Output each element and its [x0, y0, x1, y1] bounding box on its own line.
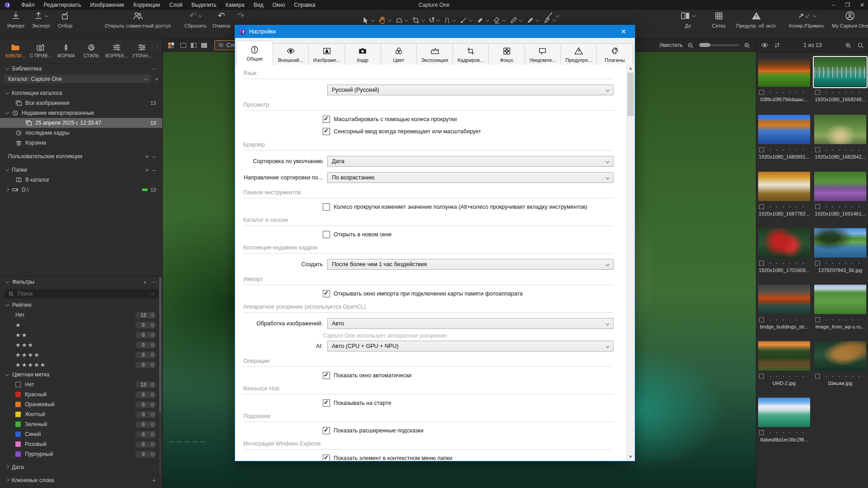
create-collection-dropdown[interactable]: После более чем 1 час бездействия: [327, 259, 613, 270]
search-icon[interactable]: [857, 42, 864, 49]
thumbnail-image[interactable]: [758, 57, 810, 87]
count-pill[interactable]: 0: [135, 342, 156, 348]
filters-header[interactable]: Фильтры +⋯: [0, 276, 162, 288]
language-dropdown[interactable]: Русский (Русский): [327, 84, 613, 95]
count-pill[interactable]: 13: [135, 381, 156, 388]
rating-dots[interactable]: [764, 92, 809, 93]
checkbox[interactable]: [323, 427, 330, 434]
count-pill[interactable]: 0: [135, 411, 156, 418]
tab-warnings[interactable]: Предупре...: [561, 43, 597, 66]
checkbox[interactable]: [323, 399, 330, 407]
single-view-icon[interactable]: [180, 43, 186, 48]
count-pill[interactable]: 0: [135, 431, 156, 438]
rating-dots[interactable]: [820, 150, 865, 150]
menu-adjustments[interactable]: Коррекции: [129, 2, 165, 8]
scroll-wheel-slider-checkbox-row[interactable]: Колесо прокрутки изменяет значение ползу…: [323, 203, 613, 211]
menu-file[interactable]: Файл: [17, 2, 39, 8]
menu-select[interactable]: Выделить: [187, 2, 221, 8]
select-checkbox[interactable]: [815, 147, 820, 152]
copy-apply-button[interactable]: ↗↙ Копир./Примен.: [789, 10, 825, 28]
thumbnail-cell[interactable]: 1920x1080_1687782...: [758, 172, 810, 216]
select-checkbox[interactable]: [759, 261, 764, 266]
tab-image[interactable]: Изображе...: [308, 43, 345, 66]
show-on-start-checkbox-row[interactable]: Показывать на старте: [323, 399, 613, 407]
rating-dots[interactable]: [820, 206, 865, 207]
import-window-checkbox-row[interactable]: Открывать окно импорта при подключении к…: [323, 290, 613, 297]
count-pill[interactable]: 0: [135, 332, 156, 338]
thumbnail-image[interactable]: [758, 228, 810, 258]
thumbnail-cell[interactable]: 8abeaf8a1ec39c2f8...: [758, 398, 810, 442]
tab-appearance[interactable]: Внешний...: [273, 43, 309, 66]
context-menu-checkbox-row[interactable]: Показать элемент в контекстном меню папк…: [323, 455, 613, 460]
exposure-warning-button[interactable]: Предупр. об эксп.: [736, 10, 777, 28]
cull-button[interactable]: Отбор: [58, 10, 72, 28]
select-checkbox[interactable]: [759, 147, 764, 152]
color-label-header[interactable]: Цветная метка: [0, 370, 162, 380]
rating-row[interactable]: ★★★★ 0: [0, 350, 162, 360]
library-more-icon[interactable]: ⋯: [151, 66, 157, 72]
checkbox[interactable]: [323, 290, 330, 297]
color-row[interactable]: Синий 0: [0, 429, 162, 439]
catalog-collections-group[interactable]: Коллекции каталога: [0, 88, 162, 98]
dialog-scrollbar[interactable]: ▲ ▼: [627, 65, 634, 460]
rating-dots[interactable]: [764, 376, 809, 377]
date-group[interactable]: Дата: [0, 462, 162, 472]
thumbnail-image[interactable]: [758, 172, 810, 201]
tab-exposure[interactable]: Экспозиция: [416, 43, 453, 66]
maximize-button[interactable]: ❐: [845, 2, 850, 8]
rating-row[interactable]: Нет 13: [0, 310, 162, 320]
menu-image[interactable]: Изображение: [85, 2, 129, 8]
thumbnail-cell[interactable]: 1920x1080_1682842...: [814, 115, 866, 160]
zoom-scroll-checkbox-row[interactable]: Масштабировать с помощью колеса прокрутк…: [323, 116, 613, 123]
menu-help[interactable]: Справка: [289, 2, 320, 8]
select-checkbox[interactable]: [759, 90, 764, 95]
color-row[interactable]: Красный 0: [0, 389, 162, 399]
thumbnail-cell[interactable]: bridge_buildings_str...: [758, 285, 810, 329]
scroll-down-icon[interactable]: ▼: [627, 453, 634, 460]
recent-captures-item[interactable]: последние кадры: [0, 128, 162, 138]
rating-row[interactable]: ★★★ 0: [0, 340, 162, 350]
rating-dots[interactable]: [820, 92, 865, 93]
search-options-icon[interactable]: ⋯: [150, 291, 155, 297]
extended-tooltips-checkbox-row[interactable]: Показать расширенные подсказки: [323, 427, 613, 434]
search-input[interactable]: [17, 290, 109, 297]
tab-library[interactable]: БИБЛИ...: [3, 38, 28, 63]
filters-more-icon[interactable]: ⋯: [151, 279, 157, 286]
thumbnail-image[interactable]: [814, 285, 866, 314]
select-checkbox[interactable]: [815, 261, 820, 266]
dialog-titlebar[interactable]: Настройки ✕: [235, 25, 635, 38]
count-pill[interactable]: 0: [135, 352, 156, 358]
add-filter-button[interactable]: +: [143, 279, 146, 286]
checkbox[interactable]: [323, 203, 330, 211]
thumbnail-image[interactable]: [758, 285, 810, 314]
tab-plugins[interactable]: Плагины: [596, 43, 633, 66]
grid-button[interactable]: Сетка: [712, 10, 726, 28]
rating-row[interactable]: ★ 0: [0, 320, 162, 330]
checkbox[interactable]: [323, 372, 330, 379]
touch-input-checkbox-row[interactable]: Сенсорный ввод всегда перемещает или мас…: [323, 128, 613, 135]
thumbnail-cell[interactable]: 03f8cd3f6796daaac...: [758, 57, 810, 102]
recent-imports-group[interactable]: Недавние импортированные: [0, 108, 162, 118]
open-new-window-checkbox-row[interactable]: Открыть в новом окне: [323, 231, 613, 238]
scrollbar-thumb[interactable]: [627, 73, 634, 116]
rating-dots[interactable]: [820, 376, 865, 377]
dialog-close-button[interactable]: ✕: [617, 28, 630, 35]
tab-color[interactable]: Цвет: [381, 43, 417, 66]
my-capture-one-button[interactable]: My Capture One: [832, 10, 868, 28]
tab-shape[interactable]: ФОРМА: [53, 38, 79, 63]
rating-row[interactable]: ★★★★★ 0: [0, 360, 162, 370]
ai-dropdown[interactable]: Авто (CPU + GPU + NPU): [327, 341, 613, 352]
undo-button[interactable]: ↶ Отмена: [212, 10, 230, 28]
menu-camera[interactable]: Камера: [221, 2, 249, 8]
rating-header[interactable]: Рейтинг: [0, 300, 162, 310]
thumbnail-cell[interactable]: 1920x1080_1701609...: [758, 228, 810, 273]
select-checkbox[interactable]: [815, 374, 820, 379]
menu-edit[interactable]: Редактировать: [39, 2, 86, 8]
thumbnail-cell[interactable]: 1920x1080_1680991...: [758, 115, 810, 160]
add-folder-button[interactable]: + –: [145, 166, 156, 174]
sort-icon[interactable]: [774, 42, 780, 48]
sort-direction-dropdown[interactable]: По возрастанию: [327, 172, 613, 183]
show-window-checkbox-row[interactable]: Показать окно автоматически: [323, 372, 613, 379]
select-checkbox[interactable]: [759, 374, 764, 379]
thumbnail-image[interactable]: [814, 341, 866, 371]
